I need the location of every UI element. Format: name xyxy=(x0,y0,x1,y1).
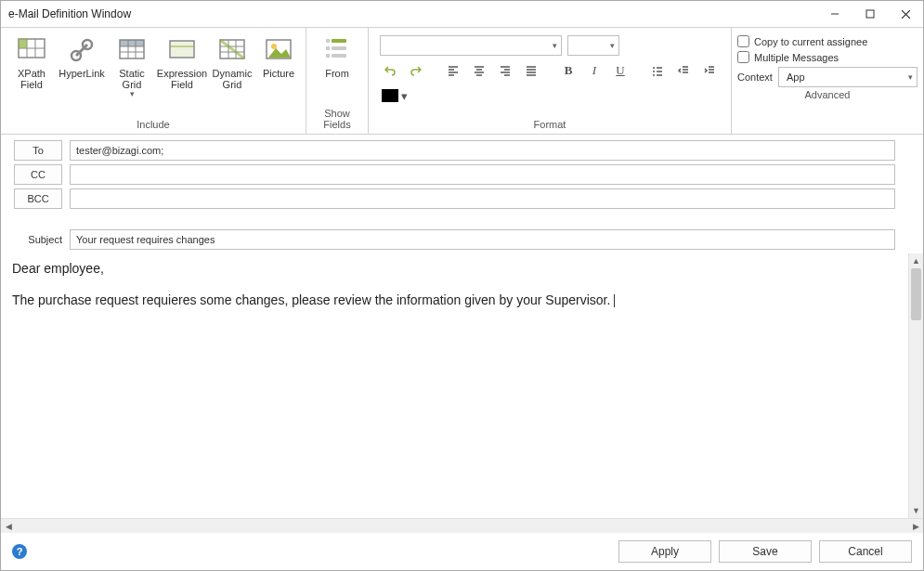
svg-rect-16 xyxy=(120,40,144,46)
font-size-combo[interactable]: ▾ xyxy=(567,35,619,56)
maximize-button[interactable] xyxy=(852,1,888,27)
expression-field-button[interactable]: Expression Field xyxy=(157,32,207,90)
xpath-field-icon xyxy=(17,35,46,65)
ribbon-group-advanced: Copy to current assignee Multiple Messag… xyxy=(732,28,923,134)
scroll-down-arrow[interactable]: ▼ xyxy=(909,503,923,518)
dynamic-grid-label: Dynamic Grid xyxy=(209,68,255,90)
indent-button[interactable] xyxy=(699,60,720,81)
xpath-field-button[interactable]: XPath Field xyxy=(7,32,57,90)
to-button[interactable]: To xyxy=(14,140,62,161)
cancel-button[interactable]: Cancel xyxy=(819,540,912,563)
ribbon-group-format: ▾ ▾ xyxy=(369,28,732,134)
context-combo[interactable]: App ▾ xyxy=(778,67,917,87)
header-fields: To CC BCC Subject xyxy=(1,135,923,253)
dynamic-grid-button[interactable]: Dynamic Grid xyxy=(207,32,257,90)
svg-point-52 xyxy=(653,74,655,76)
italic-button[interactable]: I xyxy=(584,60,605,81)
format-group-label: Format xyxy=(374,117,725,132)
chevron-down-icon: ▾ xyxy=(401,89,408,103)
static-grid-label: Static Grid xyxy=(109,68,155,90)
from-icon xyxy=(322,35,352,65)
scroll-up-arrow[interactable]: ▲ xyxy=(909,253,923,268)
vertical-scrollbar[interactable]: ▲ ▼ xyxy=(908,253,923,518)
chevron-down-icon: ▾ xyxy=(553,41,557,50)
copy-assignee-input[interactable] xyxy=(737,35,749,47)
static-grid-icon xyxy=(117,35,147,65)
svg-point-48 xyxy=(653,67,655,69)
body-editor[interactable]: Dear employee, The purchase request requ… xyxy=(1,253,908,518)
svg-rect-1 xyxy=(866,10,874,18)
scroll-right-arrow[interactable]: ▶ xyxy=(908,519,923,533)
context-label: Context xyxy=(737,71,773,83)
font-family-combo[interactable]: ▾ xyxy=(380,35,562,56)
showfields-group-label: Show Fields xyxy=(312,106,362,132)
picture-icon xyxy=(264,35,293,65)
picture-label: Picture xyxy=(263,68,294,79)
scroll-left-arrow[interactable]: ◀ xyxy=(1,519,16,533)
multiple-messages-checkbox[interactable]: Multiple Messages xyxy=(737,51,917,63)
subject-input[interactable] xyxy=(70,229,895,250)
picture-button[interactable]: Picture xyxy=(257,32,300,79)
scroll-track[interactable] xyxy=(909,268,923,503)
bullet-list-button[interactable] xyxy=(647,60,668,81)
close-button[interactable] xyxy=(888,1,923,27)
help-icon[interactable]: ? xyxy=(12,544,27,559)
svg-rect-30 xyxy=(332,54,346,58)
copy-assignee-label: Copy to current assignee xyxy=(754,36,867,47)
body-line: The purchase request requieres some chan… xyxy=(12,292,897,307)
font-color-button[interactable]: ▾ xyxy=(380,85,410,106)
align-right-button[interactable] xyxy=(495,60,515,81)
save-button[interactable]: Save xyxy=(719,540,812,563)
ribbon: XPath Field HyperLink Static Grid ▾ Exp xyxy=(1,27,923,135)
bcc-input[interactable] xyxy=(70,188,895,209)
scroll-thumb[interactable] xyxy=(911,268,921,320)
hyperlink-icon xyxy=(67,35,97,65)
to-input[interactable] xyxy=(70,140,895,161)
include-group-label: Include xyxy=(7,117,300,132)
horizontal-scrollbar[interactable]: ◀ ▶ xyxy=(1,518,923,533)
copy-assignee-checkbox[interactable]: Copy to current assignee xyxy=(737,35,917,47)
cc-button[interactable]: CC xyxy=(14,164,62,185)
svg-point-50 xyxy=(653,71,655,72)
redo-button[interactable] xyxy=(406,60,426,81)
hyperlink-button[interactable]: HyperLink xyxy=(57,32,107,79)
body-line: Dear employee, xyxy=(12,261,897,276)
hyperlink-label: HyperLink xyxy=(59,68,105,79)
expression-field-icon xyxy=(167,35,197,65)
context-value: App xyxy=(783,71,805,83)
underline-button[interactable]: U xyxy=(610,60,631,81)
bcc-button[interactable]: BCC xyxy=(14,188,62,209)
multiple-messages-label: Multiple Messages xyxy=(754,52,839,63)
svg-rect-26 xyxy=(332,39,346,43)
chevron-down-icon: ▾ xyxy=(908,72,913,82)
color-swatch xyxy=(382,89,398,102)
expression-field-label: Expression Field xyxy=(157,68,207,90)
advanced-group-label: Advanced xyxy=(737,87,917,102)
chevron-down-icon: ▾ xyxy=(130,90,135,99)
apply-button[interactable]: Apply xyxy=(618,540,711,563)
chevron-down-icon: ▾ xyxy=(610,41,615,50)
cc-input[interactable] xyxy=(70,164,895,185)
window-title: e-Mail Definition Window xyxy=(8,7,131,20)
static-grid-button[interactable]: Static Grid ▾ xyxy=(107,32,157,99)
ribbon-group-include: XPath Field HyperLink Static Grid ▾ Exp xyxy=(1,28,306,134)
subject-label: Subject xyxy=(14,234,62,245)
scroll-track[interactable] xyxy=(16,519,908,533)
svg-rect-8 xyxy=(19,39,27,48)
svg-rect-27 xyxy=(326,39,330,43)
from-label: From xyxy=(325,68,349,79)
multiple-messages-input[interactable] xyxy=(737,51,749,63)
dynamic-grid-icon xyxy=(217,35,247,65)
outdent-button[interactable] xyxy=(673,60,694,81)
titlebar: e-Mail Definition Window xyxy=(1,1,923,27)
align-left-button[interactable] xyxy=(443,60,463,81)
align-justify-button[interactable] xyxy=(521,60,541,81)
from-button[interactable]: From xyxy=(312,32,362,79)
svg-rect-31 xyxy=(326,54,330,58)
bold-button[interactable]: B xyxy=(558,60,579,81)
minimize-button[interactable] xyxy=(817,1,852,27)
undo-button[interactable] xyxy=(380,60,400,81)
footer: ? Apply Save Cancel xyxy=(1,533,923,570)
svg-point-25 xyxy=(271,44,277,49)
align-center-button[interactable] xyxy=(469,60,489,81)
